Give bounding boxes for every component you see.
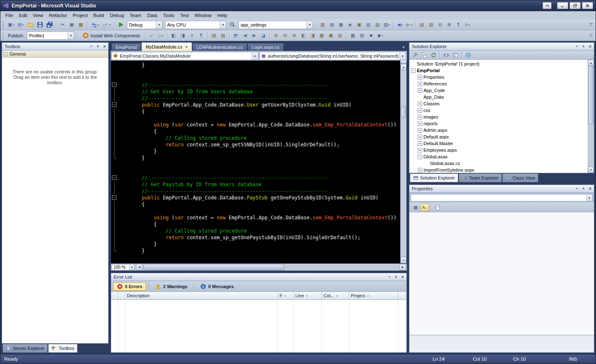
tab-ldapauthentication-cs[interactable]: LDAPAuthentication.cs	[192, 43, 247, 51]
scrollbar-track[interactable]	[401, 70, 406, 257]
restore-button[interactable]	[569, 2, 581, 9]
chevron-down-icon[interactable]: ▼	[129, 265, 134, 270]
decrease-indent-button[interactable]: ◧	[170, 32, 178, 40]
solution-tree[interactable]: Solution 'EmpPortal' (1 project)−EmpPort…	[409, 60, 588, 173]
scroll-down-button[interactable]: ▼	[588, 167, 594, 173]
command-window-button[interactable]: ▨▾	[382, 21, 391, 29]
panel-tab-server-explorer[interactable]: Server Explorer	[2, 344, 48, 353]
fold-collapse-button[interactable]: −	[111, 102, 118, 108]
open-file-button[interactable]	[26, 21, 35, 29]
tree-item-importfromsyteline-aspx[interactable]: +ImportFromSyteline.aspx	[409, 167, 588, 173]
auto-hide-pin-button[interactable]	[95, 44, 101, 49]
solution-explorer-window-button[interactable]: ▤	[328, 21, 336, 29]
menu-refactor[interactable]: Refactor	[46, 12, 70, 19]
window-position-button[interactable]	[88, 44, 94, 49]
immediate-window-button[interactable]: ▧	[373, 21, 382, 29]
save-button[interactable]	[36, 21, 44, 29]
auto-hide-pin-button[interactable]	[393, 274, 399, 280]
se-properties-button[interactable]	[411, 51, 419, 59]
scroll-up-button[interactable]: ▲	[401, 64, 406, 70]
menu-window[interactable]: Window	[192, 12, 214, 19]
display-whitespace-button[interactable]: ¶	[454, 21, 462, 29]
expander-icon[interactable]: +	[418, 135, 422, 139]
panel-tab-class-view[interactable]: Class View	[502, 174, 538, 182]
previous-bookmark-button[interactable]: ◀	[241, 32, 249, 40]
save-all-button[interactable]	[45, 21, 54, 29]
expander-icon[interactable]: +	[418, 102, 422, 106]
menu-help[interactable]: Help	[214, 12, 230, 19]
copy-button[interactable]: ▣	[68, 21, 76, 29]
expander-icon[interactable]: +	[418, 88, 422, 93]
object-dropdown[interactable]: ▼	[411, 194, 593, 201]
menu-data[interactable]: Data	[144, 12, 160, 19]
find-in-files-button[interactable]: ▥	[319, 21, 327, 29]
properties-window-button[interactable]: ▦	[337, 21, 345, 29]
tree-item-default-master[interactable]: +Default.Master	[409, 140, 588, 147]
toolbox-window-button[interactable]: ▣	[355, 21, 363, 29]
auto-hide-pin-button[interactable]	[580, 44, 586, 49]
close-panel-button[interactable]	[399, 274, 406, 280]
solution-configurations-combo[interactable]: Debug▼	[127, 21, 163, 29]
document-list-button[interactable]: ▼	[400, 46, 407, 51]
panel-tab-solution-explorer[interactable]: Solution Explorer	[410, 174, 458, 182]
column-header-description[interactable]: Description	[125, 292, 278, 299]
delete-cells-button[interactable]: ▦	[318, 32, 326, 40]
scroll-up-button[interactable]: ▲	[588, 60, 594, 66]
insert-column-left-button[interactable]: ◧	[299, 32, 308, 40]
menu-debug[interactable]: Debug	[107, 12, 127, 19]
tree-item-classes[interactable]: +Classes	[409, 100, 588, 107]
expander-icon[interactable]: +	[418, 148, 422, 153]
close-button[interactable]	[582, 2, 593, 9]
0-errors-button[interactable]: 0 Errors	[113, 282, 146, 291]
zoom-dropdown[interactable]: 100 % ▼	[112, 264, 135, 270]
window-position-button[interactable]	[386, 274, 392, 280]
menu-tools[interactable]: Tools	[160, 12, 177, 19]
column-header-col[interactable]: Col...▲	[322, 292, 349, 299]
expander-icon[interactable]: +	[418, 168, 422, 172]
expander-icon[interactable]: +	[418, 75, 422, 80]
tree-item-default-aspx[interactable]: +Default.aspx	[409, 133, 588, 140]
find-button[interactable]	[228, 21, 237, 29]
error-list-body[interactable]	[111, 300, 406, 352]
expander-icon[interactable]: +	[418, 108, 422, 113]
members-dropdown[interactable]: autherizeUsingDatabase(String inUserName…	[260, 52, 406, 60]
scrollbar-track[interactable]	[588, 66, 594, 167]
insert-row-above-button[interactable]: ⊟	[281, 32, 289, 40]
panel-tab-toolbox[interactable]: Toolbox	[48, 344, 78, 353]
alphabetical-button[interactable]: A↓	[421, 204, 429, 211]
toolbox-titlebar[interactable]: Toolbox	[2, 43, 108, 51]
scroll-right-button[interactable]: ▶	[399, 264, 406, 270]
categorized-button[interactable]: ▦	[411, 204, 420, 211]
scrollbar-thumb[interactable]	[589, 66, 594, 124]
toolbar-grip[interactable]	[2, 32, 5, 39]
uncomment-selection-button[interactable]: ▨	[427, 21, 435, 29]
types-dropdown[interactable]: EmpPortal.Classes.MyDataModule ▼	[112, 52, 258, 60]
absolute-position-button[interactable]: ◆▾	[376, 32, 384, 40]
error-list-window-button[interactable]: ▥	[364, 21, 372, 29]
split-editor-handle[interactable]	[401, 61, 406, 64]
chevron-down-icon[interactable]: ▼	[399, 52, 406, 60]
tab-mydatamodule-cs[interactable]: MyDataModule.cs×	[141, 42, 192, 51]
new-project-button[interactable]: ▣▾	[7, 21, 15, 29]
show-all-files-button[interactable]	[420, 51, 428, 59]
fold-collapse-button[interactable]: −	[111, 82, 118, 88]
tree-item-admin-aspx[interactable]: +Admin.aspx	[409, 127, 588, 133]
object-browser-button[interactable]: ◈	[346, 21, 354, 29]
properties-grid[interactable]	[409, 212, 594, 335]
split-cell-button[interactable]: ▥	[336, 32, 344, 40]
tree-item-employees-aspx[interactable]: +Employees.aspx	[409, 147, 588, 153]
expander-icon[interactable]: −	[411, 68, 416, 73]
toolbar-options-button[interactable]: ▾	[588, 21, 594, 29]
column-header-project[interactable]: Project▲	[349, 292, 398, 299]
close-panel-button[interactable]	[101, 44, 107, 49]
show-details-button[interactable]: ▤	[358, 32, 366, 40]
toggle-outlining-button[interactable]: ⊟	[436, 21, 444, 29]
expander-icon[interactable]: +	[418, 128, 422, 133]
tree-item-images[interactable]: +images	[409, 114, 588, 120]
toolbox-group-general[interactable]: − General	[2, 51, 108, 58]
tree-item-app-code[interactable]: +App_Code	[409, 87, 588, 94]
menu-test[interactable]: Test	[177, 12, 192, 19]
bullet-list-button[interactable]: ≡	[188, 32, 196, 40]
tree-item-reports[interactable]: +reports	[409, 120, 588, 127]
tree-item-empportal[interactable]: −EmpPortal	[409, 67, 588, 74]
